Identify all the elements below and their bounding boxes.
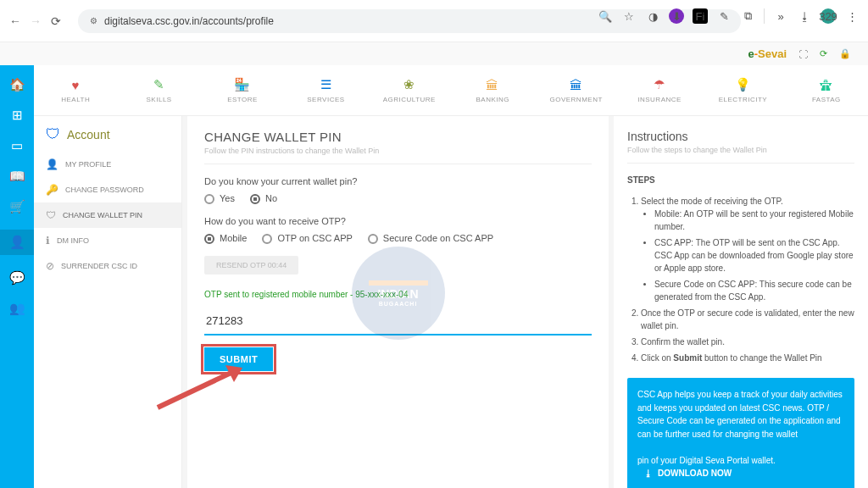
rail-apps-icon[interactable]: ⊞ [12, 108, 23, 123]
chrome-actions: 🔍 ☆ ◑ ⬇ Fi ✎ ⧉ » ⭳ 329 ⋮ [598, 8, 860, 24]
download-icon[interactable]: ⭳ [797, 8, 812, 24]
ext1-icon[interactable]: ◑ [645, 8, 660, 24]
reload-icon[interactable]: ⟳ [49, 14, 63, 28]
browser-chrome: ← → ⟳ ⚙ digitalseva.csc.gov.in/accounts/… [0, 0, 868, 42]
panel-subtitle: Follow the PIN instructions to change th… [204, 147, 592, 164]
steps-heading: STEPS [627, 175, 854, 185]
url-text: digitalseva.csc.gov.in/accounts/profile [104, 15, 274, 27]
cat-agriculture[interactable]: ❀AGRICULTURE [368, 65, 451, 115]
category-tabs: ♥HEALTH✎SKILLS🏪ESTORE☰SERVICES❀AGRICULTU… [34, 65, 868, 116]
steps-list: Select the mode of receiving the OTP. Mo… [641, 195, 854, 364]
cat-electricity[interactable]: 💡ELECTRICITY [701, 65, 784, 115]
menu-icon: ⊘ [46, 260, 54, 272]
refresh-icon[interactable]: ⟳ [820, 48, 827, 59]
cat-banking[interactable]: 🏛BANKING [451, 65, 534, 115]
rail-chat-icon[interactable]: 💬 [9, 270, 25, 286]
sidebar-item-dm-info[interactable]: ℹDM INFO [34, 228, 181, 253]
radio-csc-app[interactable]: OTP on CSC APP [262, 233, 352, 244]
panel-title: CHANGE WALLET PIN [204, 130, 592, 144]
fullscreen-icon[interactable]: ⛶ [798, 49, 808, 59]
menu-icon: 🛡 [46, 209, 56, 221]
government-icon: 🏛 [570, 78, 583, 92]
radio-mobile[interactable]: Mobile [204, 233, 247, 244]
instructions-title: Instructions [627, 130, 854, 143]
site-settings-icon: ⚙ [90, 16, 97, 25]
otp-sent-message: OTP sent to registered mobile number - 9… [204, 290, 592, 299]
estore-icon: 🏪 [234, 77, 251, 92]
skills-icon: ✎ [153, 77, 165, 92]
sidebar-header: 🛡 Account [34, 126, 181, 152]
agriculture-icon: ❀ [403, 77, 415, 92]
download-now-link[interactable]: ⭳ DOWNLOAD NOW [644, 467, 732, 480]
submit-highlight: SUBMIT [204, 347, 273, 371]
radio-yes[interactable]: Yes [204, 193, 235, 204]
services-icon: ☰ [320, 77, 332, 92]
shield-icon: 🛡 [46, 126, 60, 143]
step-3: Confirm the wallet pin. [641, 336, 854, 348]
brand-logo: e-Sevai [748, 47, 787, 60]
know-pin-radios: Yes No [204, 193, 592, 204]
menu-icon: 👤 [46, 158, 58, 170]
lock-icon[interactable]: 🔒 [839, 48, 851, 59]
otp-input[interactable] [204, 308, 592, 336]
menu-icon: 🔑 [46, 184, 58, 196]
cat-insurance[interactable]: ☂INSURANCE [618, 65, 701, 115]
menu-icon[interactable]: ⋮ [844, 8, 860, 24]
health-icon: ♥ [72, 78, 80, 92]
cat-estore[interactable]: 🏪ESTORE [201, 65, 284, 115]
ext3-icon[interactable]: Fi [693, 8, 708, 24]
rail-home-icon[interactable]: 🏠 [9, 77, 25, 92]
cat-skills[interactable]: ✎SKILLS [117, 65, 200, 115]
ext2-icon[interactable]: ⬇ [669, 8, 684, 24]
star-icon[interactable]: ☆ [621, 8, 637, 24]
banking-icon: 🏛 [486, 78, 499, 92]
rail-account-icon[interactable]: 👤 [0, 230, 34, 255]
step-1c: Secure Code on CSC APP: This secure code… [654, 278, 854, 303]
rail-cart-icon[interactable]: 🛒 [9, 199, 25, 214]
rail-wallet-icon[interactable]: ▭ [11, 138, 23, 153]
question-know-pin: Do you know your current wallet pin? [204, 176, 592, 186]
rail-book-icon[interactable]: 📖 [9, 169, 25, 184]
step-2: Once the OTP or secure code is validated… [641, 307, 854, 332]
sidebar-title: Account [67, 128, 110, 141]
step-1a: Mobile: An OTP will be sent to your regi… [654, 208, 854, 233]
left-rail: 🏠 ⊞ ▭ 📖 🛒 👤 💬 👥 [0, 65, 34, 488]
extensions-icon[interactable]: ⧉ [740, 8, 755, 24]
share-icon[interactable]: » [773, 8, 788, 24]
sidebar-item-surrender-csc-id[interactable]: ⊘SURRENDER CSC ID [34, 253, 181, 279]
cat-health[interactable]: ♥HEALTH [34, 65, 117, 115]
rail-users-icon[interactable]: 👥 [9, 301, 25, 316]
sidebar-item-change-wallet-pin[interactable]: 🛡CHANGE WALLET PIN [34, 202, 181, 228]
instructions-subtitle: Follow the steps to change the Wallet Pi… [627, 146, 854, 164]
search-in-page-icon[interactable]: 🔍 [598, 8, 613, 24]
cat-government[interactable]: 🏛GOVERNMENT [534, 65, 617, 115]
radio-secure-code[interactable]: Secure Code on CSC APP [368, 233, 493, 244]
menu-icon: ℹ [46, 235, 50, 247]
brand-bar: e-Sevai ⛶ ⟳ 🔒 [0, 42, 868, 65]
form-panel: INDIAN BUGAACHI CHANGE WALLET PIN Follow… [187, 116, 609, 488]
step-4: Click on Submit button to change the Wal… [641, 352, 854, 364]
radio-no[interactable]: No [250, 193, 277, 204]
main-stage: ♥HEALTH✎SKILLS🏪ESTORE☰SERVICES❀AGRICULTU… [34, 65, 868, 488]
question-otp-mode: How do you want to receive OTP? [204, 216, 592, 226]
pen-icon[interactable]: ✎ [716, 8, 732, 24]
annotation-arrow [153, 361, 255, 412]
resend-otp-button: RESEND OTP 00:44 [204, 256, 298, 274]
cat-services[interactable]: ☰SERVICES [284, 65, 367, 115]
instructions-panel: Instructions Follow the steps to change … [614, 116, 868, 488]
sidebar-item-my-profile[interactable]: 👤MY PROFILE [34, 152, 181, 177]
forward-icon[interactable]: → [29, 14, 42, 28]
separator [764, 8, 765, 24]
step-1b: CSC APP: The OTP will be sent on the CSC… [654, 236, 854, 274]
back-icon[interactable]: ← [8, 14, 22, 28]
cat-fastag[interactable]: 🛣FASTAG [785, 65, 868, 115]
otp-mode-radios: Mobile OTP on CSC APP Secure Code on CSC… [204, 233, 592, 244]
step-1: Select the mode of receiving the OTP. Mo… [641, 195, 854, 303]
insurance-icon: ☂ [654, 77, 665, 92]
fastag-icon: 🛣 [820, 78, 833, 92]
app-promo: CSC App helps you keep a track of your d… [627, 378, 854, 488]
electricity-icon: 💡 [735, 77, 752, 92]
profile-avatar[interactable]: 329 [821, 8, 836, 24]
account-sidebar: 🛡 Account 👤MY PROFILE🔑CHANGE PASSWORD🛡CH… [34, 116, 182, 488]
sidebar-item-change-password[interactable]: 🔑CHANGE PASSWORD [34, 177, 181, 202]
